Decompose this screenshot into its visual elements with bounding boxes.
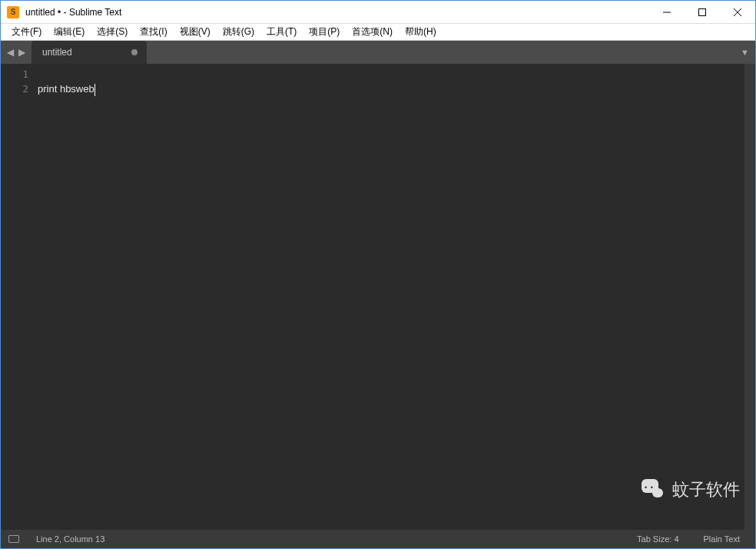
code-line — [38, 67, 732, 82]
gutter: 1 2 — [1, 64, 38, 530]
tab-label: untitled — [42, 47, 72, 58]
maximize-button[interactable] — [685, 1, 720, 23]
line-number[interactable]: 1 — [1, 67, 38, 82]
statusbar: Line 2, Column 13 Tab Size: 4 Plain Text — [1, 530, 755, 548]
vertical-scrollbar[interactable] — [744, 64, 755, 530]
text-cursor — [94, 84, 95, 96]
editor: 1 2 print hbsweb • • 蚊子软件 — [1, 64, 755, 530]
minimap[interactable] — [732, 64, 744, 530]
line-number[interactable]: 2 — [1, 82, 38, 96]
titlebar: S untitled • - Sublime Text — [1, 1, 755, 24]
tab-untitled[interactable]: untitled — [32, 41, 147, 64]
window-title: untitled • - Sublime Text — [25, 7, 649, 18]
tabbar: ◀ ▶ untitled ▼ — [1, 41, 755, 64]
menubar: 文件(F) 编辑(E) 选择(S) 查找(I) 视图(V) 跳转(G) 工具(T… — [1, 24, 755, 41]
dirty-indicator-icon — [131, 49, 138, 55]
svg-rect-1 — [699, 8, 706, 15]
nav-forward-icon[interactable]: ▶ — [18, 47, 25, 58]
menu-tools[interactable]: 工具(T) — [260, 24, 303, 40]
menu-view[interactable]: 视图(V) — [174, 24, 217, 40]
code-line: print hbsweb — [38, 82, 732, 96]
menu-selection[interactable]: 选择(S) — [91, 24, 134, 40]
menu-goto[interactable]: 跳转(G) — [217, 24, 260, 40]
app-window: S untitled • - Sublime Text 文件(F) 编辑(E) … — [0, 0, 756, 549]
menu-help[interactable]: 帮助(H) — [399, 24, 443, 40]
status-tab-size[interactable]: Tab Size: 4 — [629, 534, 686, 544]
menu-find[interactable]: 查找(I) — [134, 24, 173, 40]
code-area[interactable]: print hbsweb — [38, 64, 732, 530]
status-syntax[interactable]: Plain Text — [696, 534, 748, 544]
menu-edit[interactable]: 编辑(E) — [48, 24, 91, 40]
panel-switcher-icon[interactable] — [8, 535, 19, 543]
menu-preferences[interactable]: 首选项(N) — [346, 24, 399, 40]
tab-nav: ◀ ▶ — [1, 41, 32, 64]
tab-overflow-icon[interactable]: ▼ — [741, 41, 749, 64]
window-controls — [649, 1, 755, 23]
app-icon: S — [7, 6, 19, 18]
status-position[interactable]: Line 2, Column 13 — [28, 534, 112, 544]
close-button[interactable] — [720, 1, 755, 23]
nav-back-icon[interactable]: ◀ — [7, 47, 14, 58]
menu-file[interactable]: 文件(F) — [5, 24, 48, 40]
minimize-button[interactable] — [649, 1, 685, 23]
menu-project[interactable]: 项目(P) — [303, 24, 346, 40]
